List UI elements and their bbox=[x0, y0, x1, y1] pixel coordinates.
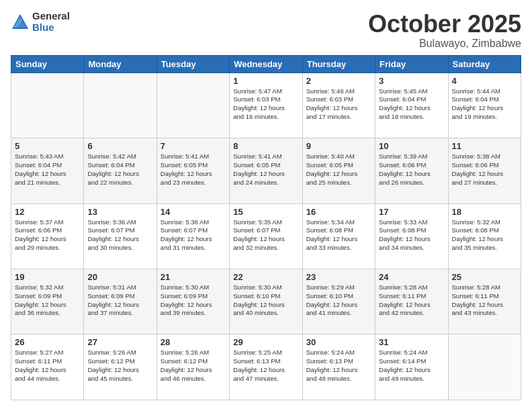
day-number: 15 bbox=[233, 207, 298, 217]
day-header-saturday: Saturday bbox=[448, 55, 521, 73]
calendar-cell: 9Sunrise: 5:40 AM Sunset: 6:05 PM Daylig… bbox=[302, 138, 375, 203]
day-header-wednesday: Wednesday bbox=[230, 55, 302, 73]
calendar-cell: 18Sunrise: 5:32 AM Sunset: 6:08 PM Dayli… bbox=[448, 203, 521, 269]
day-number: 28 bbox=[161, 337, 226, 347]
calendar-cell: 17Sunrise: 5:33 AM Sunset: 6:08 PM Dayli… bbox=[375, 203, 448, 269]
logo: General Blue bbox=[11, 11, 70, 33]
calendar-cell bbox=[448, 334, 521, 400]
calendar-cell: 8Sunrise: 5:41 AM Sunset: 6:05 PM Daylig… bbox=[230, 138, 302, 203]
calendar-cell: 31Sunrise: 5:24 AM Sunset: 6:14 PM Dayli… bbox=[375, 334, 448, 400]
calendar-cell: 29Sunrise: 5:25 AM Sunset: 6:13 PM Dayli… bbox=[230, 334, 302, 400]
day-info: Sunrise: 5:46 AM Sunset: 6:03 PM Dayligh… bbox=[306, 87, 371, 122]
day-number: 1 bbox=[233, 76, 298, 86]
day-info: Sunrise: 5:40 AM Sunset: 6:05 PM Dayligh… bbox=[306, 152, 371, 187]
day-number: 22 bbox=[233, 272, 298, 282]
day-header-tuesday: Tuesday bbox=[157, 55, 229, 73]
calendar-week-row: 12Sunrise: 5:37 AM Sunset: 6:06 PM Dayli… bbox=[11, 203, 521, 269]
calendar-cell: 10Sunrise: 5:39 AM Sunset: 6:06 PM Dayli… bbox=[375, 138, 448, 203]
day-number: 9 bbox=[306, 141, 371, 151]
day-number: 24 bbox=[379, 272, 444, 282]
day-header-sunday: Sunday bbox=[11, 55, 84, 73]
calendar-cell: 6Sunrise: 5:42 AM Sunset: 6:04 PM Daylig… bbox=[84, 138, 157, 203]
day-number: 16 bbox=[306, 207, 371, 217]
calendar-cell: 23Sunrise: 5:29 AM Sunset: 6:10 PM Dayli… bbox=[302, 269, 375, 334]
calendar-cell: 14Sunrise: 5:36 AM Sunset: 6:07 PM Dayli… bbox=[157, 203, 229, 269]
calendar-cell: 1Sunrise: 5:47 AM Sunset: 6:03 PM Daylig… bbox=[230, 73, 302, 138]
day-number: 18 bbox=[452, 207, 517, 217]
day-info: Sunrise: 5:47 AM Sunset: 6:03 PM Dayligh… bbox=[233, 87, 298, 122]
calendar-cell: 25Sunrise: 5:28 AM Sunset: 6:11 PM Dayli… bbox=[448, 269, 521, 334]
day-info: Sunrise: 5:33 AM Sunset: 6:08 PM Dayligh… bbox=[379, 218, 444, 253]
day-number: 11 bbox=[452, 141, 517, 151]
day-number: 23 bbox=[306, 272, 371, 282]
day-info: Sunrise: 5:28 AM Sunset: 6:11 PM Dayligh… bbox=[379, 283, 444, 318]
day-header-friday: Friday bbox=[375, 55, 448, 73]
day-number: 7 bbox=[161, 141, 226, 151]
day-number: 29 bbox=[233, 337, 298, 347]
day-info: Sunrise: 5:24 AM Sunset: 6:13 PM Dayligh… bbox=[306, 349, 371, 383]
calendar-cell: 2Sunrise: 5:46 AM Sunset: 6:03 PM Daylig… bbox=[302, 73, 375, 138]
day-number: 3 bbox=[379, 76, 444, 86]
day-info: Sunrise: 5:34 AM Sunset: 6:08 PM Dayligh… bbox=[306, 218, 371, 253]
day-number: 6 bbox=[87, 141, 152, 151]
day-info: Sunrise: 5:41 AM Sunset: 6:05 PM Dayligh… bbox=[161, 152, 226, 187]
day-info: Sunrise: 5:42 AM Sunset: 6:04 PM Dayligh… bbox=[87, 152, 152, 187]
day-number: 12 bbox=[15, 207, 80, 217]
day-number: 13 bbox=[87, 207, 152, 217]
calendar-cell: 5Sunrise: 5:43 AM Sunset: 6:04 PM Daylig… bbox=[11, 138, 84, 203]
day-number: 17 bbox=[379, 207, 444, 217]
day-number: 27 bbox=[87, 337, 152, 347]
calendar-cell: 28Sunrise: 5:26 AM Sunset: 6:12 PM Dayli… bbox=[157, 334, 229, 400]
day-number: 19 bbox=[15, 272, 80, 282]
day-info: Sunrise: 5:25 AM Sunset: 6:13 PM Dayligh… bbox=[233, 349, 298, 383]
calendar-cell: 3Sunrise: 5:45 AM Sunset: 6:04 PM Daylig… bbox=[375, 73, 448, 138]
day-number: 21 bbox=[161, 272, 226, 282]
day-number: 2 bbox=[306, 76, 371, 86]
day-info: Sunrise: 5:27 AM Sunset: 6:11 PM Dayligh… bbox=[15, 349, 80, 383]
calendar-cell: 4Sunrise: 5:44 AM Sunset: 6:04 PM Daylig… bbox=[448, 73, 521, 138]
calendar-cell: 27Sunrise: 5:26 AM Sunset: 6:12 PM Dayli… bbox=[84, 334, 157, 400]
calendar-cell: 7Sunrise: 5:41 AM Sunset: 6:05 PM Daylig… bbox=[157, 138, 229, 203]
day-number: 5 bbox=[15, 141, 80, 151]
day-number: 14 bbox=[161, 207, 226, 217]
calendar-week-row: 19Sunrise: 5:32 AM Sunset: 6:09 PM Dayli… bbox=[11, 269, 521, 334]
calendar-cell bbox=[84, 73, 157, 138]
day-info: Sunrise: 5:32 AM Sunset: 6:08 PM Dayligh… bbox=[452, 218, 517, 253]
day-info: Sunrise: 5:30 AM Sunset: 6:09 PM Dayligh… bbox=[161, 283, 226, 318]
calendar-cell: 11Sunrise: 5:38 AM Sunset: 6:06 PM Dayli… bbox=[448, 138, 521, 203]
calendar-cell: 26Sunrise: 5:27 AM Sunset: 6:11 PM Dayli… bbox=[11, 334, 84, 400]
calendar-cell: 12Sunrise: 5:37 AM Sunset: 6:06 PM Dayli… bbox=[11, 203, 84, 269]
logo-blue: Blue bbox=[32, 22, 70, 34]
day-info: Sunrise: 5:43 AM Sunset: 6:04 PM Dayligh… bbox=[15, 152, 80, 187]
calendar-cell: 19Sunrise: 5:32 AM Sunset: 6:09 PM Dayli… bbox=[11, 269, 84, 334]
month-title: October 2025 bbox=[368, 11, 521, 38]
day-number: 31 bbox=[379, 337, 444, 347]
day-info: Sunrise: 5:36 AM Sunset: 6:07 PM Dayligh… bbox=[161, 218, 226, 253]
calendar-cell: 22Sunrise: 5:30 AM Sunset: 6:10 PM Dayli… bbox=[230, 269, 302, 334]
calendar-week-row: 26Sunrise: 5:27 AM Sunset: 6:11 PM Dayli… bbox=[11, 334, 521, 400]
day-number: 4 bbox=[452, 76, 517, 86]
calendar-cell: 16Sunrise: 5:34 AM Sunset: 6:08 PM Dayli… bbox=[302, 203, 375, 269]
calendar-cell: 24Sunrise: 5:28 AM Sunset: 6:11 PM Dayli… bbox=[375, 269, 448, 334]
day-info: Sunrise: 5:45 AM Sunset: 6:04 PM Dayligh… bbox=[379, 87, 444, 122]
location: Bulawayo, Zimbabwe bbox=[368, 38, 521, 50]
day-info: Sunrise: 5:39 AM Sunset: 6:06 PM Dayligh… bbox=[379, 152, 444, 187]
title-block: October 2025 Bulawayo, Zimbabwe bbox=[368, 11, 521, 50]
day-info: Sunrise: 5:29 AM Sunset: 6:10 PM Dayligh… bbox=[306, 283, 371, 318]
calendar-cell: 15Sunrise: 5:35 AM Sunset: 6:07 PM Dayli… bbox=[230, 203, 302, 269]
logo-general: General bbox=[32, 11, 70, 22]
day-info: Sunrise: 5:26 AM Sunset: 6:12 PM Dayligh… bbox=[87, 349, 152, 383]
logo-text: General Blue bbox=[32, 11, 70, 33]
calendar-week-row: 5Sunrise: 5:43 AM Sunset: 6:04 PM Daylig… bbox=[11, 138, 521, 203]
day-info: Sunrise: 5:31 AM Sunset: 6:09 PM Dayligh… bbox=[87, 283, 152, 318]
day-info: Sunrise: 5:30 AM Sunset: 6:10 PM Dayligh… bbox=[233, 283, 298, 318]
day-number: 10 bbox=[379, 141, 444, 151]
day-info: Sunrise: 5:24 AM Sunset: 6:14 PM Dayligh… bbox=[379, 349, 444, 383]
day-info: Sunrise: 5:35 AM Sunset: 6:07 PM Dayligh… bbox=[233, 218, 298, 253]
day-header-monday: Monday bbox=[84, 55, 157, 73]
day-info: Sunrise: 5:26 AM Sunset: 6:12 PM Dayligh… bbox=[161, 349, 226, 383]
calendar-cell bbox=[157, 73, 229, 138]
day-info: Sunrise: 5:41 AM Sunset: 6:05 PM Dayligh… bbox=[233, 152, 298, 187]
day-info: Sunrise: 5:36 AM Sunset: 6:07 PM Dayligh… bbox=[87, 218, 152, 253]
calendar-cell: 20Sunrise: 5:31 AM Sunset: 6:09 PM Dayli… bbox=[84, 269, 157, 334]
